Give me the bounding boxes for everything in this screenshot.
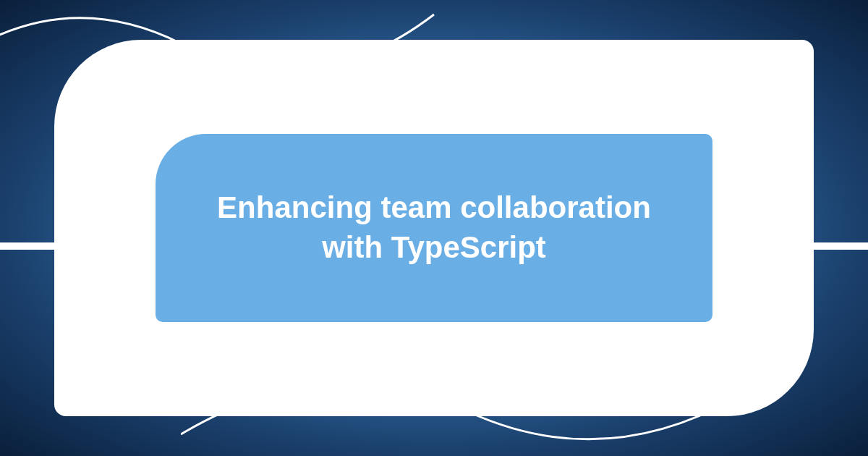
inner-card: Enhancing team collaboration with TypeSc…	[156, 134, 712, 322]
card-title: Enhancing team collaboration with TypeSc…	[199, 188, 669, 267]
